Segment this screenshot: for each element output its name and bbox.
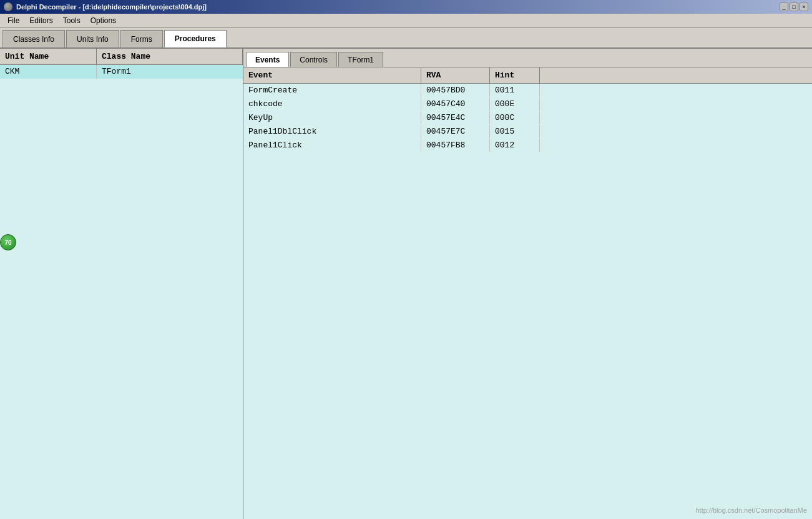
tab-classes-info[interactable]: Classes Info <box>2 30 65 47</box>
title-bar-buttons: _ □ × <box>780 2 808 11</box>
title-bar: Delphi Decompiler - [d:\delphidecompiler… <box>0 0 812 14</box>
ev-cell-event-4: Panel1Click <box>243 139 421 152</box>
app-icon <box>4 2 12 11</box>
left-panel-body: CKM TForm1 <box>0 65 243 519</box>
ev-cell-rva-1: 00457C40 <box>421 97 490 111</box>
ev-cell-rva-4: 00457FB8 <box>421 139 490 152</box>
ev-header-rest <box>540 67 812 83</box>
left-panel-header: Unit Name Class Name <box>0 49 243 65</box>
events-body: FormCreate 00457BD0 0011 chkcode 00457C4… <box>243 84 812 519</box>
tab-units-info[interactable]: Units Info <box>66 30 119 47</box>
left-panel: Unit Name Class Name CKM TForm1 <box>0 49 243 519</box>
tab-forms[interactable]: Forms <box>120 30 163 47</box>
close-button[interactable]: × <box>800 2 808 11</box>
ev-cell-hint-3: 0015 <box>490 125 540 138</box>
ev-header-rva: RVA <box>421 67 490 83</box>
table-row[interactable]: CKM TForm1 <box>0 65 243 79</box>
tab-procedures[interactable]: Procedures <box>164 30 227 47</box>
ev-cell-rva-0: 00457BD0 <box>421 84 490 97</box>
secondary-tab-bar: Events Controls TForm1 <box>243 49 812 67</box>
table-row[interactable]: KeyUp 00457E4C 000C <box>243 111 812 125</box>
minimize-button[interactable]: _ <box>780 2 788 11</box>
floating-badge: 70 <box>0 234 16 250</box>
tab-events[interactable]: Events <box>246 52 289 67</box>
ev-header-hint: Hint <box>490 67 540 83</box>
ev-cell-rva-2: 00457E4C <box>421 111 490 124</box>
right-panel: Events Controls TForm1 Event RVA Hint Fo… <box>243 49 812 519</box>
ev-cell-hint-1: 000E <box>490 97 540 111</box>
cell-class: TForm1 <box>97 65 136 78</box>
ev-cell-rest-0 <box>540 84 812 97</box>
cell-unit: CKM <box>0 65 97 78</box>
tab-tform1[interactable]: TForm1 <box>338 52 383 67</box>
ev-cell-hint-2: 000C <box>490 111 540 124</box>
ev-header-event: Event <box>243 67 421 83</box>
ev-cell-rva-3: 00457E7C <box>421 125 490 138</box>
menu-options[interactable]: Options <box>86 15 121 26</box>
table-row[interactable]: FormCreate 00457BD0 0011 <box>243 84 812 97</box>
maximize-button[interactable]: □ <box>790 2 798 11</box>
table-row[interactable]: Panel1DblClick 00457E7C 0015 <box>243 125 812 139</box>
events-table-header: Event RVA Hint <box>243 67 812 84</box>
menu-file[interactable]: File <box>2 15 24 26</box>
watermark: http://blog.csdn.net/CosmopolitanMe <box>695 507 807 514</box>
ev-cell-rest-4 <box>540 139 812 152</box>
menu-bar: File Editors Tools Options <box>0 14 812 27</box>
main-content: Unit Name Class Name CKM TForm1 Events C… <box>0 49 812 519</box>
ev-cell-event-1: chkcode <box>243 97 421 111</box>
title-bar-text: Delphi Decompiler - [d:\delphidecompiler… <box>16 3 776 11</box>
col-unit-name: Unit Name <box>0 49 97 64</box>
top-tab-bar: Classes Info Units Info Forms Procedures <box>0 27 812 49</box>
ev-cell-event-0: FormCreate <box>243 84 421 97</box>
ev-cell-rest-2 <box>540 111 812 124</box>
tab-controls[interactable]: Controls <box>290 52 337 67</box>
menu-editors[interactable]: Editors <box>24 15 57 26</box>
ev-cell-hint-0: 0011 <box>490 84 540 97</box>
menu-tools[interactable]: Tools <box>58 15 86 26</box>
events-area: Event RVA Hint FormCreate 00457BD0 0011 … <box>243 67 812 519</box>
ev-cell-rest-3 <box>540 125 812 138</box>
ev-cell-hint-4: 0012 <box>490 139 540 152</box>
ev-cell-event-3: Panel1DblClick <box>243 125 421 138</box>
table-row[interactable]: chkcode 00457C40 000E <box>243 97 812 111</box>
ev-cell-rest-1 <box>540 97 812 111</box>
col-class-name: Class Name <box>97 49 243 64</box>
table-row[interactable]: Panel1Click 00457FB8 0012 <box>243 139 812 152</box>
ev-cell-event-2: KeyUp <box>243 111 421 124</box>
